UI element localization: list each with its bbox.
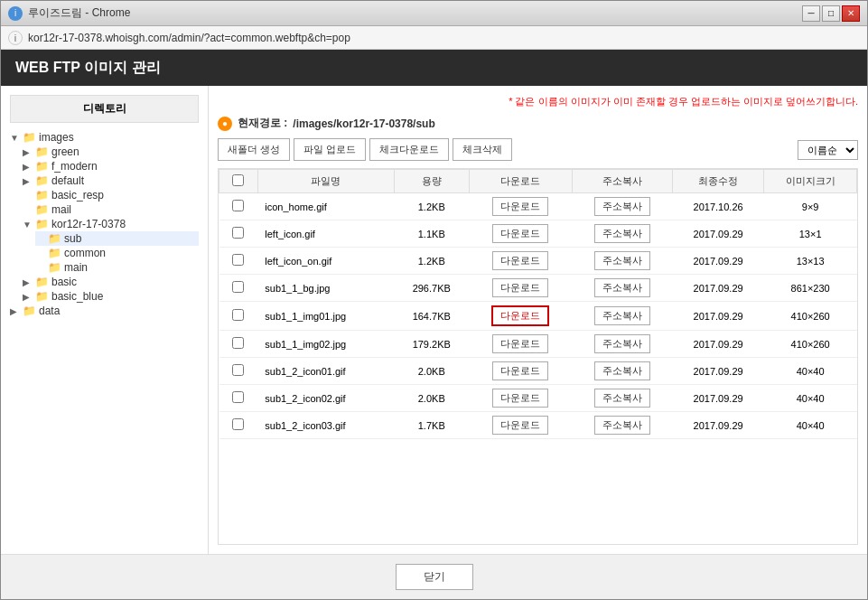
copy-button[interactable]: 주소복사 [594, 416, 650, 435]
row-download: 다운로드 [469, 412, 572, 439]
sidebar-item-basic_blue[interactable]: ▶ 📁 basic_blue [23, 289, 199, 304]
tree-label: green [51, 145, 79, 158]
sidebar-item-default[interactable]: ▶ 📁 default [23, 173, 199, 188]
path-icon: ● [218, 117, 232, 131]
copy-button[interactable]: 주소복사 [594, 278, 650, 297]
row-checkbox-input[interactable] [232, 227, 244, 239]
sidebar-item-green[interactable]: ▶ 📁 green [23, 145, 199, 159]
table-header-row: 파일명 용량 다운로드 주소복사 최종수정 이미지크기 [219, 170, 857, 193]
row-size: 1.1KB [394, 220, 469, 248]
row-download: 다운로드 [469, 358, 572, 385]
close-dialog-button[interactable]: 닫기 [396, 564, 473, 590]
sort-select[interactable]: 이름순 날짜순 크기순 [798, 140, 858, 160]
folder-icon: 📁 [35, 145, 49, 158]
maximize-button[interactable]: □ [822, 5, 840, 22]
row-size: 164.7KB [394, 302, 469, 331]
row-filename: sub1_2_icon02.gif [257, 385, 394, 412]
download-button[interactable]: 다운로드 [492, 416, 548, 435]
sidebar-header: 디렉토리 [10, 95, 199, 123]
download-button[interactable]: 다운로드 [492, 361, 548, 380]
expand-icon: ▼ [10, 133, 23, 143]
row-checkbox [219, 385, 258, 412]
row-dimension: 40×40 [764, 412, 857, 439]
table-row: sub1_1_img02.jpg 179.2KB 다운로드 주소복사 2017.… [219, 331, 857, 358]
tree-label: common [64, 247, 106, 259]
download-button[interactable]: 다운로드 [492, 334, 548, 353]
download-button[interactable]: 다운로드 [492, 197, 548, 216]
file-table-scroll[interactable]: 파일명 용량 다운로드 주소복사 최종수정 이미지크기 icon_home.gi… [218, 168, 858, 545]
row-checkbox-input[interactable] [232, 337, 244, 349]
copy-button[interactable]: 주소복사 [594, 361, 650, 380]
close-btn-container: 닫기 [1, 554, 867, 599]
row-checkbox-input[interactable] [232, 391, 244, 403]
row-checkbox-input[interactable] [232, 281, 244, 293]
sidebar-item-mail[interactable]: 📁 mail [23, 202, 199, 217]
sidebar-item-sub[interactable]: 📁 sub [35, 231, 199, 246]
row-copy: 주소복사 [572, 275, 672, 302]
sidebar-item-basic[interactable]: ▶ 📁 basic [23, 275, 199, 289]
copy-button[interactable]: 주소복사 [594, 389, 650, 408]
select-all-checkbox[interactable] [232, 174, 244, 186]
row-checkbox-input[interactable] [232, 418, 244, 430]
row-checkbox [219, 331, 258, 358]
path-value: /images/kor12r-17-0378/sub [293, 117, 434, 130]
folder-icon: 📁 [35, 189, 49, 202]
sidebar-item-data[interactable]: ▶ 📁 data [10, 304, 199, 318]
copy-button[interactable]: 주소복사 [594, 334, 650, 353]
close-button[interactable]: ✕ [842, 5, 860, 22]
check-download-button[interactable]: 체크다운로드 [369, 138, 449, 161]
sidebar-item-images[interactable]: ▼ 📁 images [10, 130, 199, 145]
table-row: sub1_2_icon03.gif 1.7KB 다운로드 주소복사 2017.0… [219, 412, 857, 439]
copy-button[interactable]: 주소복사 [594, 224, 650, 243]
row-size: 1.7KB [394, 412, 469, 439]
expand-icon: ▶ [23, 292, 35, 302]
new-folder-button[interactable]: 새폴더 생성 [218, 138, 290, 161]
sidebar: 디렉토리 ▼ 📁 images ▶ 📁 green ▶ 📁 f_modern [1, 86, 209, 554]
download-button[interactable]: 다운로드 [491, 305, 549, 326]
copy-button[interactable]: 주소복사 [594, 306, 650, 325]
row-filename: sub1_2_icon01.gif [257, 358, 394, 385]
folder-icon: 📁 [48, 232, 61, 245]
upload-button[interactable]: 파일 업로드 [294, 138, 366, 161]
expand-icon: ▶ [23, 162, 35, 172]
row-checkbox [219, 302, 258, 331]
sidebar-item-basic_resp[interactable]: 📁 basic_resp [23, 188, 199, 202]
row-checkbox-input[interactable] [232, 364, 244, 376]
row-copy: 주소복사 [572, 248, 672, 275]
download-button[interactable]: 다운로드 [492, 224, 548, 243]
tree-label: data [39, 305, 60, 317]
row-copy: 주소복사 [572, 302, 672, 331]
expand-icon: ▶ [23, 277, 35, 287]
check-delete-button[interactable]: 체크삭제 [453, 138, 512, 161]
download-button[interactable]: 다운로드 [492, 389, 548, 408]
row-size: 179.2KB [394, 331, 469, 358]
row-checkbox-input[interactable] [232, 200, 244, 211]
download-button[interactable]: 다운로드 [492, 278, 548, 297]
row-size: 2.0KB [394, 358, 469, 385]
row-size: 2.0KB [394, 385, 469, 412]
table-row: left_icon_on.gif 1.2KB 다운로드 주소복사 2017.09… [219, 248, 857, 275]
row-date: 2017.09.29 [672, 275, 763, 302]
path-bar: ● 현재경로 : /images/kor12r-17-0378/sub [218, 116, 858, 131]
row-filename: left_icon.gif [257, 220, 394, 248]
download-button[interactable]: 다운로드 [492, 251, 548, 270]
row-filename: sub1_1_bg.jpg [257, 275, 394, 302]
toolbar: 새폴더 생성 파일 업로드 체크다운로드 체크삭제 이름순 날짜순 크기순 [218, 138, 858, 161]
row-dimension: 40×40 [764, 385, 857, 412]
sidebar-item-common[interactable]: 📁 common [35, 246, 199, 260]
row-checkbox-input[interactable] [232, 254, 244, 266]
copy-button[interactable]: 주소복사 [594, 197, 650, 216]
sidebar-item-main[interactable]: 📁 main [35, 260, 199, 275]
file-table: 파일명 용량 다운로드 주소복사 최종수정 이미지크기 icon_home.gi… [219, 169, 857, 439]
row-dimension: 410×260 [764, 331, 857, 358]
table-row: sub1_1_bg.jpg 296.7KB 다운로드 주소복사 2017.09.… [219, 275, 857, 302]
minimize-button[interactable]: ─ [802, 5, 820, 22]
row-checkbox-input[interactable] [232, 309, 244, 321]
sidebar-item-kor12r[interactable]: ▼ 📁 kor12r-17-0378 [23, 217, 199, 231]
folder-icon: 📁 [35, 290, 49, 303]
copy-button[interactable]: 주소복사 [594, 251, 650, 270]
row-download: 다운로드 [469, 220, 572, 248]
sidebar-item-f_modern[interactable]: ▶ 📁 f_modern [23, 159, 199, 173]
header-copy: 주소복사 [572, 170, 672, 193]
expand-icon: ▶ [23, 147, 35, 157]
